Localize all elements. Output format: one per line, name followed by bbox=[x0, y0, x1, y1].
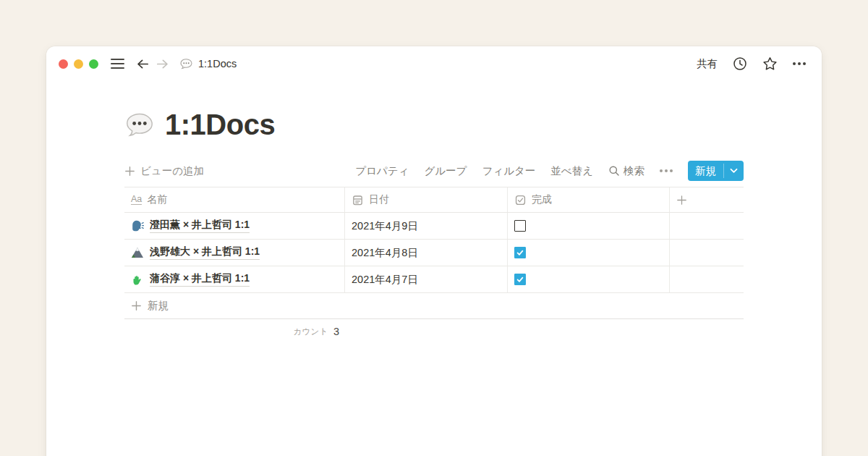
sidebar-menu-icon[interactable] bbox=[111, 59, 124, 69]
page-title: 1:1Docs bbox=[165, 109, 275, 141]
database-table: Aa 名前 日付 完成 bbox=[124, 187, 744, 344]
empty-cell bbox=[345, 319, 744, 344]
count-cell[interactable]: カウント 3 bbox=[124, 319, 345, 344]
empty-cell bbox=[670, 213, 744, 239]
plus-icon bbox=[676, 195, 687, 206]
column-header-name[interactable]: Aa 名前 bbox=[124, 187, 345, 212]
checkbox-icon bbox=[514, 194, 527, 206]
table-row: 浅野雄大 × 井上哲司 1:1 2021年4月8日 bbox=[124, 240, 744, 266]
view-toolbar-actions: プロパティ グループ フィルター 並べ替え 検索 新規 bbox=[355, 161, 744, 181]
add-column-button[interactable] bbox=[670, 187, 744, 212]
view-toolbar: ビューの追加 プロパティ グループ フィルター 並べ替え 検索 新規 bbox=[124, 159, 744, 182]
plus-icon bbox=[131, 300, 142, 311]
calendar-icon bbox=[352, 194, 364, 206]
traffic-lights bbox=[59, 59, 98, 69]
table-header-row: Aa 名前 日付 完成 bbox=[124, 187, 744, 213]
new-button-label[interactable]: 新規 bbox=[688, 161, 723, 181]
window-titlebar: 1:1Docs 共有 bbox=[46, 46, 822, 81]
filter-button[interactable]: フィルター bbox=[482, 164, 535, 178]
column-header-done[interactable]: 完成 bbox=[508, 187, 670, 212]
done-checkbox[interactable] bbox=[514, 220, 526, 232]
done-checkbox[interactable] bbox=[514, 247, 526, 258]
speech-balloon-page-icon[interactable] bbox=[124, 110, 155, 140]
forward-arrow-icon[interactable] bbox=[156, 57, 169, 71]
column-label: 名前 bbox=[147, 193, 167, 206]
share-button[interactable]: 共有 bbox=[697, 57, 718, 71]
done-cell[interactable] bbox=[508, 240, 670, 266]
column-label: 日付 bbox=[369, 193, 389, 206]
search-button[interactable]: 検索 bbox=[608, 164, 644, 178]
notion-window: 1:1Docs 共有 1:1Docs ビューの追加 bbox=[46, 46, 822, 456]
page-link[interactable]: 澄田薫 × 井上哲司 1:1 bbox=[150, 219, 250, 233]
green-hand-icon bbox=[131, 273, 144, 286]
close-window-button[interactable] bbox=[59, 59, 68, 69]
search-label: 検索 bbox=[624, 164, 644, 178]
done-cell[interactable] bbox=[508, 213, 670, 239]
column-header-date[interactable]: 日付 bbox=[345, 187, 508, 212]
speaking-head-icon bbox=[131, 219, 144, 232]
page-link[interactable]: 蒲谷淳 × 井上哲司 1:1 bbox=[150, 272, 250, 287]
star-icon[interactable] bbox=[762, 56, 778, 72]
view-more-options-button[interactable] bbox=[660, 169, 673, 172]
empty-cell bbox=[670, 266, 744, 292]
count-label: カウント bbox=[293, 326, 328, 337]
minimize-window-button[interactable] bbox=[74, 59, 83, 69]
done-cell[interactable] bbox=[508, 266, 670, 292]
page-link-cell[interactable]: 浅野雄大 × 井上哲司 1:1 bbox=[124, 240, 345, 266]
group-button[interactable]: グループ bbox=[424, 164, 467, 178]
page-link-cell[interactable]: 蒲谷淳 × 井上哲司 1:1 bbox=[124, 266, 345, 292]
column-label: 完成 bbox=[532, 193, 552, 206]
count-value: 3 bbox=[333, 326, 339, 337]
date-cell[interactable]: 2021年4月7日 bbox=[345, 266, 508, 292]
date-value: 2021年4月7日 bbox=[352, 273, 418, 287]
empty-cell bbox=[670, 240, 744, 266]
page-title-row: 1:1Docs bbox=[124, 109, 744, 141]
done-checkbox[interactable] bbox=[514, 274, 526, 285]
breadcrumb-title[interactable]: 1:1Docs bbox=[198, 58, 237, 69]
add-view-button[interactable]: ビューの追加 bbox=[124, 164, 204, 178]
mountain-icon bbox=[131, 246, 144, 259]
clock-icon[interactable] bbox=[733, 56, 747, 71]
add-view-label: ビューの追加 bbox=[140, 164, 204, 178]
add-row-label: 新規 bbox=[148, 299, 169, 313]
sort-button[interactable]: 並べ替え bbox=[550, 164, 593, 178]
text-type-icon: Aa bbox=[131, 195, 142, 205]
date-cell[interactable]: 2021年4月8日 bbox=[345, 240, 508, 266]
table-row: 蒲谷淳 × 井上哲司 1:1 2021年4月7日 bbox=[124, 266, 744, 293]
speech-balloon-icon bbox=[179, 57, 193, 71]
properties-button[interactable]: プロパティ bbox=[355, 164, 409, 178]
date-cell[interactable]: 2021年4月9日 bbox=[345, 213, 508, 239]
page-content: 1:1Docs ビューの追加 プロパティ グループ フィルター 並べ替え 検索 bbox=[46, 109, 822, 344]
date-value: 2021年4月9日 bbox=[352, 219, 418, 233]
titlebar-actions: 共有 bbox=[697, 56, 806, 72]
more-options-button[interactable] bbox=[793, 62, 806, 65]
chevron-down-icon[interactable] bbox=[724, 161, 744, 181]
back-arrow-icon[interactable] bbox=[136, 57, 150, 71]
page-link-cell[interactable]: 澄田薫 × 井上哲司 1:1 bbox=[124, 213, 345, 239]
date-value: 2021年4月8日 bbox=[352, 246, 418, 260]
table-row: 澄田薫 × 井上哲司 1:1 2021年4月9日 bbox=[124, 213, 744, 240]
add-row-button[interactable]: 新規 bbox=[124, 293, 744, 319]
search-icon bbox=[608, 165, 620, 177]
plus-icon bbox=[124, 166, 135, 177]
table-footer: カウント 3 bbox=[124, 319, 744, 344]
page-link[interactable]: 浅野雄大 × 井上哲司 1:1 bbox=[150, 245, 260, 260]
fullscreen-window-button[interactable] bbox=[89, 59, 98, 69]
new-button[interactable]: 新規 bbox=[688, 161, 744, 181]
